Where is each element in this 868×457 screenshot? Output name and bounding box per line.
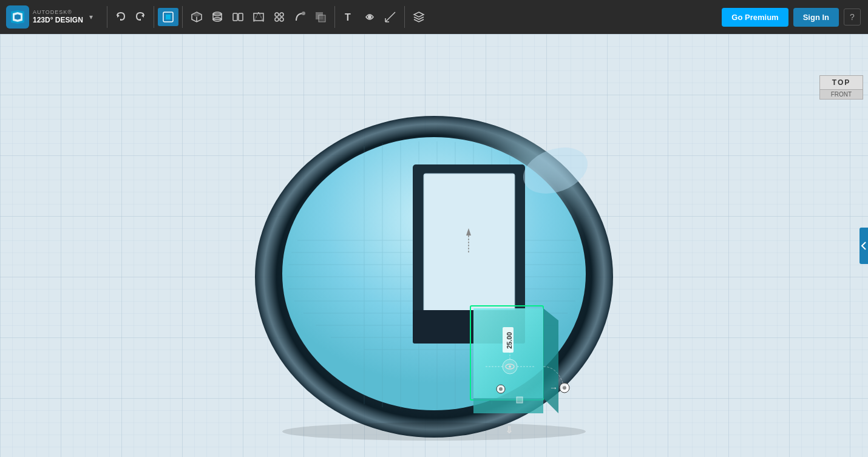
svg-marker-1 xyxy=(117,14,120,18)
toolbar-btn-box[interactable] xyxy=(186,8,207,26)
view-cube-front-label[interactable]: FRONT xyxy=(819,90,863,100)
toolbar-btn-select[interactable] xyxy=(158,8,178,26)
redo-button[interactable] xyxy=(131,8,150,25)
sign-in-button[interactable]: Sign In xyxy=(793,8,839,27)
svg-point-18 xyxy=(275,18,279,21)
svg-point-20 xyxy=(302,12,305,15)
autodesk-logo-icon xyxy=(6,5,29,29)
toolbar-btn-subtract[interactable] xyxy=(310,8,331,26)
toolbar-btn-sphere[interactable] xyxy=(228,8,248,26)
svg-text:T: T xyxy=(345,12,351,22)
right-panel-toggle[interactable] xyxy=(860,228,868,264)
toolbar-btn-layers[interactable] xyxy=(409,8,429,26)
svg-marker-2 xyxy=(141,14,144,18)
toolbar-btn-cylinder[interactable] xyxy=(207,8,228,26)
viewport[interactable]: 25.00 → ⇓ TOP FRONT xyxy=(0,34,868,457)
svg-point-19 xyxy=(280,18,283,21)
svg-rect-22 xyxy=(319,15,325,22)
svg-rect-61 xyxy=(473,308,543,399)
divider-2 xyxy=(154,6,154,28)
svg-marker-64 xyxy=(473,398,543,413)
svg-point-68 xyxy=(509,365,511,368)
svg-point-73 xyxy=(499,387,503,391)
svg-rect-12 xyxy=(239,13,243,21)
divider-3 xyxy=(182,6,183,28)
svg-marker-6 xyxy=(192,12,202,17)
toolbar: AUTODESK® 123D° DESIGN ▾ xyxy=(0,0,868,34)
divider-5 xyxy=(404,6,405,28)
toolbar-btn-measure[interactable] xyxy=(380,8,401,26)
svg-point-75 xyxy=(563,386,566,390)
svg-rect-11 xyxy=(233,13,237,21)
divider-1 xyxy=(107,6,107,28)
toolbar-btn-snap[interactable] xyxy=(359,8,380,26)
toolbar-btn-text[interactable]: T xyxy=(339,8,359,26)
svg-text:25.00: 25.00 xyxy=(506,332,513,349)
toolbar-btn-fillet[interactable] xyxy=(269,8,290,26)
help-button[interactable]: ? xyxy=(844,8,861,25)
toolbar-btn-cone[interactable] xyxy=(248,8,269,26)
toolbar-btn-sweep[interactable] xyxy=(290,8,310,26)
go-premium-button[interactable]: Go Premium xyxy=(722,8,788,27)
logo-area: AUTODESK® 123D° DESIGN ▾ xyxy=(0,5,103,29)
svg-point-80 xyxy=(282,422,586,441)
scene-svg: 25.00 → ⇓ xyxy=(0,34,868,457)
app-dropdown-arrow[interactable]: ▾ xyxy=(87,12,95,22)
svg-text:→: → xyxy=(549,383,558,393)
svg-line-25 xyxy=(385,12,395,22)
view-cube-top-label[interactable]: TOP xyxy=(819,75,863,90)
right-buttons: Go Premium Sign In ? xyxy=(722,8,868,27)
svg-point-24 xyxy=(368,15,371,19)
svg-point-16 xyxy=(275,13,279,16)
svg-point-17 xyxy=(280,13,283,16)
undo-button[interactable] xyxy=(111,8,131,25)
divider-4 xyxy=(334,6,335,28)
svg-rect-78 xyxy=(517,397,523,403)
svg-rect-4 xyxy=(166,15,171,19)
logo-text: AUTODESK® 123D° DESIGN xyxy=(33,9,83,24)
product-name: 123D° DESIGN xyxy=(33,16,83,24)
brand-name: AUTODESK® xyxy=(33,9,83,16)
svg-marker-65 xyxy=(543,308,558,413)
svg-marker-28 xyxy=(414,12,424,17)
view-cube: TOP FRONT xyxy=(819,75,863,124)
